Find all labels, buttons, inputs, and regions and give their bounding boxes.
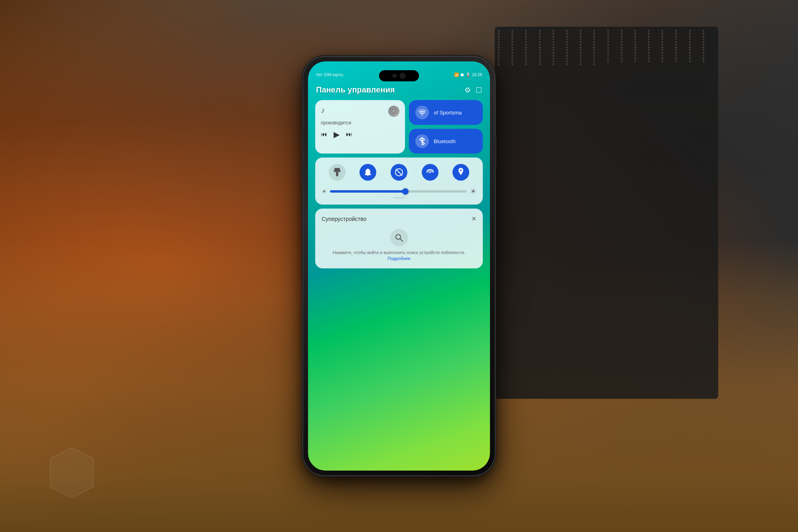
- svg-point-3: [393, 111, 395, 112]
- control-panel: Панель управления ⚙ ☐ ♪: [308, 85, 490, 268]
- tiles-row: ♪ производится ⏮: [315, 100, 483, 154]
- svg-line-11: [400, 239, 403, 241]
- camera-pill: [379, 70, 419, 81]
- status-sim: Нет SIM-карты: [316, 73, 343, 77]
- brightness-max-icon: ☀: [470, 187, 476, 196]
- bluetooth-icon-circle: [415, 134, 429, 148]
- hex-watermark: [48, 445, 96, 500]
- superdev-title: Суперустройство: [322, 216, 366, 222]
- superdev-learn-more-link[interactable]: Подробнее: [387, 256, 410, 261]
- brightness-thumb[interactable]: [402, 188, 409, 195]
- svg-marker-5: [334, 168, 341, 172]
- superdev-search[interactable]: Нажмите, чтобы войти и выполнить поиск у…: [322, 229, 476, 262]
- camera-dot-small: [393, 74, 397, 78]
- superdev-description: Нажмите, чтобы войти и выполнить поиск у…: [322, 250, 476, 262]
- superdev-header: Суперустройство ✕: [322, 215, 476, 223]
- music-controls[interactable]: ⏮ ▶ ⏭: [321, 130, 399, 139]
- bluetooth-tile[interactable]: Bluetooth: [409, 129, 483, 154]
- phone-device: Нет SIM-карты 📶 ⬢ 🪫 16:28 Панель управле…: [303, 57, 495, 475]
- next-button[interactable]: ⏭: [346, 131, 352, 138]
- volume-up-button[interactable]: [302, 128, 303, 152]
- cp-title: Панель управления: [316, 85, 395, 95]
- dnd-toggle[interactable]: [391, 164, 407, 181]
- super-device-tile: Суперустройство ✕ Нажмите, чтобы войти и…: [315, 209, 483, 268]
- location-toggle[interactable]: [452, 164, 469, 181]
- cp-header-icons: ⚙ ☐: [464, 86, 482, 95]
- music-note-icon: ♪: [321, 106, 325, 115]
- music-status: производится: [321, 120, 399, 126]
- brightness-handle: [393, 197, 405, 198]
- music-tile[interactable]: ♪ производится ⏮: [315, 100, 405, 154]
- volume-down-button[interactable]: [302, 158, 303, 182]
- bluetooth-label: Bluetooth: [434, 138, 456, 144]
- right-tiles: of Sportsma Bluetooth: [409, 100, 483, 154]
- svg-marker-0: [50, 447, 93, 498]
- svg-rect-4: [336, 172, 338, 176]
- phone-body: Нет SIM-карты 📶 ⬢ 🪫 16:28 Панель управле…: [303, 57, 495, 475]
- phone-screen: Нет SIM-карты 📶 ⬢ 🪫 16:28 Панель управле…: [308, 61, 490, 471]
- wifi-icon-circle: [415, 106, 429, 119]
- music-app-icon: [388, 106, 399, 117]
- svg-line-8: [396, 169, 402, 175]
- toggles-tile: ☀ ☀: [315, 158, 483, 205]
- superdev-close-button[interactable]: ✕: [471, 215, 476, 223]
- wifi-label: of Sportsma: [434, 110, 462, 116]
- brightness-row[interactable]: ☀ ☀: [322, 187, 476, 196]
- settings-icon[interactable]: ⚙: [464, 86, 471, 95]
- svg-point-9: [429, 171, 431, 173]
- music-tile-top: ♪: [321, 106, 399, 117]
- flashlight-toggle[interactable]: [329, 164, 346, 181]
- bluetooth-status-icon: ⬢: [460, 73, 464, 77]
- svg-point-10: [396, 234, 401, 239]
- brightness-track[interactable]: [330, 190, 467, 193]
- toggle-buttons: [322, 164, 476, 181]
- wifi-tile[interactable]: of Sportsma: [409, 100, 483, 125]
- wifi-status-icon: 📶: [454, 73, 459, 77]
- background-keyboard: [495, 27, 718, 399]
- notification-toggle[interactable]: [359, 164, 376, 181]
- search-icon[interactable]: [390, 229, 408, 246]
- prev-button[interactable]: ⏮: [321, 131, 327, 138]
- cp-header: Панель управления ⚙ ☐: [315, 85, 483, 95]
- brightness-fill: [330, 190, 405, 193]
- play-button[interactable]: ▶: [334, 130, 340, 139]
- battery-status-icon: 🪫: [466, 73, 470, 77]
- power-button[interactable]: [495, 136, 496, 168]
- edit-icon[interactable]: ☐: [476, 86, 482, 95]
- camera-dot-main: [400, 73, 405, 79]
- nfc-toggle[interactable]: [422, 164, 439, 181]
- time-display: 16:28: [472, 73, 482, 77]
- brightness-min-icon: ☀: [322, 188, 327, 195]
- status-right: 📶 ⬢ 🪫 16:28: [454, 73, 482, 77]
